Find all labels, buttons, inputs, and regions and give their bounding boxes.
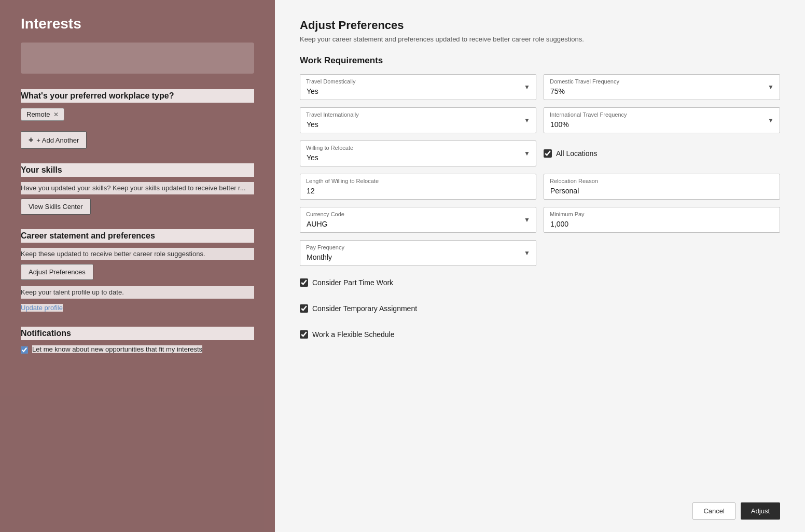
form-row-2: Travel Internationally Yes No ▼ Internat… xyxy=(300,107,780,133)
consider-temp-assignment-checkbox[interactable] xyxy=(300,304,308,313)
banner-image xyxy=(21,43,254,74)
skills-section: Your skills Have you updated your skills… xyxy=(21,163,254,215)
international-travel-frequency-select[interactable]: 100% 25% 50% 75% xyxy=(544,107,780,133)
domestic-travel-frequency-group: Domestic Travel Frequency 75% 25% 50% 10… xyxy=(544,74,780,100)
all-locations-label: All Locations xyxy=(556,149,597,158)
minimum-pay-input[interactable] xyxy=(544,207,780,233)
notifications-checkbox[interactable] xyxy=(21,346,28,354)
keep-up-to-date-text: Keep your talent profile up to date. xyxy=(21,286,254,299)
travel-internationally-group: Travel Internationally Yes No ▼ xyxy=(300,107,536,133)
form-row-5: Currency Code AUHG USD EUR ▼ Minimum Pay xyxy=(300,207,780,233)
adjust-preferences-button[interactable]: Adjust Preferences xyxy=(21,264,93,280)
length-relocate-group: Length of Willing to Relocate xyxy=(300,174,536,200)
work-requirements-title: Work Requirements xyxy=(300,55,780,66)
page-title: Interests xyxy=(21,16,254,32)
remote-tag[interactable]: Remote ✕ xyxy=(21,108,64,121)
panel-title: Adjust Preferences xyxy=(300,19,780,32)
minimum-pay-group: Minimum Pay xyxy=(544,207,780,233)
consider-part-time-label: Consider Part Time Work xyxy=(312,278,393,287)
willing-to-relocate-group: Willing to Relocate Yes No ▼ xyxy=(300,141,536,166)
notifications-label: Let me know about new opportunities that… xyxy=(32,345,202,353)
flexible-schedule-checkbox[interactable] xyxy=(300,330,308,339)
pay-frequency-group: Pay Frequency Monthly Weekly Bi-Weekly A… xyxy=(300,240,536,266)
form-row-4: Length of Willing to Relocate Relocation… xyxy=(300,174,780,200)
relocation-reason-group: Relocation Reason xyxy=(544,174,780,200)
consider-part-time-checkbox[interactable] xyxy=(300,278,308,287)
notifications-section: Notifications Let me know about new oppo… xyxy=(21,327,254,354)
career-section: Career statement and preferences Keep th… xyxy=(21,229,254,312)
pay-frequency-select[interactable]: Monthly Weekly Bi-Weekly Annually xyxy=(300,240,536,266)
consider-part-time-row: Consider Part Time Work xyxy=(300,274,780,291)
international-travel-frequency-group: International Travel Frequency 100% 25% … xyxy=(544,107,780,133)
remote-label: Remote xyxy=(26,110,50,118)
travel-domestically-group: Travel Domestically Yes No ▼ xyxy=(300,74,536,100)
plus-icon: + xyxy=(29,135,33,145)
currency-code-select[interactable]: AUHG USD EUR xyxy=(300,207,536,233)
skills-heading: Your skills xyxy=(21,163,254,177)
workplace-heading: What's your preferred workplace type? xyxy=(21,89,254,103)
domestic-travel-frequency-select[interactable]: 75% 25% 50% 100% xyxy=(544,74,780,100)
left-panel: Interests What's your preferred workplac… xyxy=(0,0,275,532)
consider-temp-assignment-label: Consider Temporary Assignment xyxy=(312,304,417,313)
form-row-6: Pay Frequency Monthly Weekly Bi-Weekly A… xyxy=(300,240,780,266)
willing-to-relocate-select[interactable]: Yes No xyxy=(300,141,536,166)
length-relocate-input[interactable] xyxy=(300,174,536,200)
notifications-checkbox-row: Let me know about new opportunities that… xyxy=(21,345,254,354)
view-skills-label: View Skills Center xyxy=(29,203,83,211)
form-row-1: Travel Domestically Yes No ▼ Domestic Tr… xyxy=(300,74,780,100)
adjust-preferences-label: Adjust Preferences xyxy=(29,268,86,276)
flexible-schedule-row: Work a Flexible Schedule xyxy=(300,326,780,343)
bottom-checkboxes: Consider Part Time Work Consider Tempora… xyxy=(300,274,780,343)
cancel-button[interactable]: Cancel xyxy=(692,502,735,520)
all-locations-group: All Locations xyxy=(544,145,780,162)
add-another-label: + Add Another xyxy=(36,136,79,144)
workplace-section: What's your preferred workplace type? Re… xyxy=(21,89,254,149)
consider-temp-assignment-row: Consider Temporary Assignment xyxy=(300,300,780,317)
adjust-button[interactable]: Adjust xyxy=(741,502,780,520)
close-icon[interactable]: ✕ xyxy=(53,111,59,118)
notifications-heading: Notifications xyxy=(21,327,254,340)
career-heading: Career statement and preferences xyxy=(21,229,254,243)
panel-subtitle: Keep your career statement and preferenc… xyxy=(300,35,780,43)
add-another-button[interactable]: + + Add Another xyxy=(21,131,87,149)
flexible-schedule-label: Work a Flexible Schedule xyxy=(312,330,394,339)
career-body: Keep these updated to receive better car… xyxy=(21,248,254,260)
currency-code-group: Currency Code AUHG USD EUR ▼ xyxy=(300,207,536,233)
travel-domestically-select[interactable]: Yes No xyxy=(300,74,536,100)
bottom-actions: Cancel Adjust xyxy=(692,502,780,520)
update-profile-link[interactable]: Update profile xyxy=(21,304,63,312)
right-panel: Adjust Preferences Keep your career stat… xyxy=(275,0,805,532)
all-locations-checkbox[interactable] xyxy=(544,149,552,158)
relocation-reason-input[interactable] xyxy=(544,174,780,200)
skills-body: Have you updated your skills? Keep your … xyxy=(21,182,254,194)
empty-col xyxy=(544,240,780,266)
view-skills-button[interactable]: View Skills Center xyxy=(21,199,91,215)
form-row-3: Willing to Relocate Yes No ▼ All Locatio… xyxy=(300,141,780,166)
travel-internationally-select[interactable]: Yes No xyxy=(300,107,536,133)
